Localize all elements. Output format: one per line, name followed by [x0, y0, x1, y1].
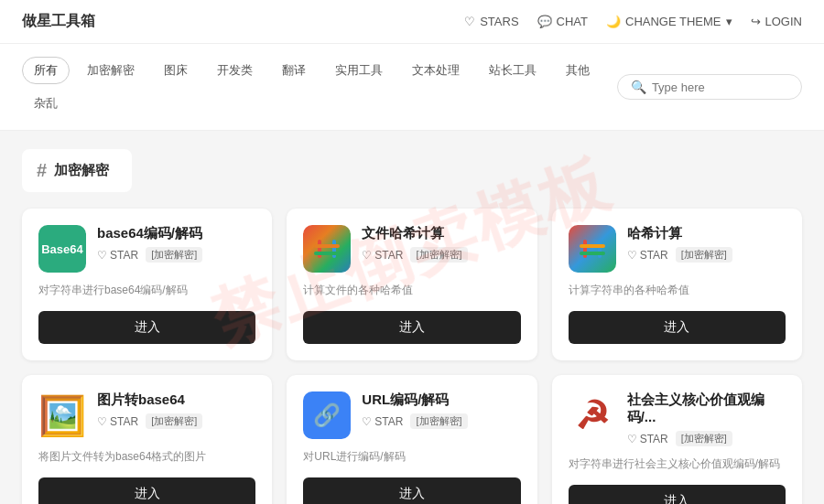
heart-icon: ♡	[627, 249, 637, 262]
card-socialist: ☭ 社会主义核心价值观编码/... ♡ STAR [加密解密] 对字符串进行社会…	[552, 375, 802, 504]
star-label: STAR	[640, 249, 668, 262]
card-icon	[303, 225, 351, 273]
category-tag: [加密解密]	[676, 247, 732, 263]
card-file-hash: 文件哈希计算 ♡ STAR [加密解密] 计算文件的各种哈希值 进入	[287, 209, 537, 360]
logo: 做星工具箱	[22, 12, 95, 31]
filter-tab-2[interactable]: 图床	[152, 57, 200, 84]
filter-tab-7[interactable]: 站长工具	[477, 57, 548, 84]
hash-symbol: #	[37, 160, 47, 181]
card-url-encode: 🔗 URL编码/解码 ♡ STAR [加密解密] 对URL进行编码/解码 进入	[287, 375, 537, 504]
card-meta: ♡ STAR [加密解密]	[362, 413, 520, 429]
stars-nav[interactable]: ♡ STARS	[464, 15, 518, 28]
filter-tab-0[interactable]: 所有	[22, 57, 70, 84]
search-input[interactable]	[652, 80, 798, 94]
category-tag: [加密解密]	[410, 413, 467, 429]
filter-tab-4[interactable]: 翻译	[270, 57, 318, 84]
theme-label: CHANGE THEME	[625, 15, 721, 28]
card-info: base64编码/解码 ♡ STAR [加密解密]	[97, 225, 255, 263]
card-icon: ☭	[569, 391, 616, 439]
card-top: Base64 base64编码/解码 ♡ STAR [加密解密]	[38, 225, 255, 273]
card-info: 图片转base64 ♡ STAR [加密解密]	[97, 391, 255, 429]
star-icon: ♡	[464, 15, 475, 28]
star-button[interactable]: ♡ STAR	[362, 415, 403, 428]
card-info: 文件哈希计算 ♡ STAR [加密解密]	[362, 225, 520, 263]
filter-tab-1[interactable]: 加密解密	[75, 57, 146, 84]
stars-label: STARS	[480, 15, 518, 28]
theme-icon: 🌙	[606, 15, 621, 28]
star-label: STAR	[374, 249, 403, 262]
star-button[interactable]: ♡ STAR	[97, 415, 138, 428]
heart-icon: ♡	[362, 415, 372, 428]
filter-tab-3[interactable]: 开发类	[205, 57, 265, 84]
card-meta: ♡ STAR [加密解密]	[362, 247, 520, 263]
card-desc: 对字符串进行base64编码/解码	[38, 282, 255, 298]
card-top: 文件哈希计算 ♡ STAR [加密解密]	[303, 225, 520, 273]
heart-icon: ♡	[97, 415, 107, 428]
enter-button[interactable]: 进入	[303, 311, 520, 344]
filter-tab-5[interactable]: 实用工具	[323, 57, 395, 84]
filter-tab-6[interactable]: 文本处理	[400, 57, 472, 84]
star-label: STAR	[110, 415, 138, 428]
card-icon: Base64	[38, 225, 86, 273]
card-title: 哈希计算	[627, 225, 786, 242]
card-meta: ♡ STAR [加密解密]	[97, 413, 255, 429]
filter-tabs: 所有加密解密图床开发类翻译实用工具文本处理站长工具其他杂乱	[22, 57, 617, 117]
star-button[interactable]: ♡ STAR	[97, 249, 138, 262]
enter-button[interactable]: 进入	[38, 311, 255, 344]
category-tag: [加密解密]	[676, 431, 732, 446]
star-label: STAR	[110, 249, 138, 262]
chat-label: CHAT	[557, 15, 588, 28]
search-icon: 🔍	[631, 80, 646, 94]
chat-icon: 💬	[537, 15, 552, 28]
card-desc: 对字符串进行社会主义核心价值观编码/解码	[569, 456, 786, 472]
enter-button[interactable]: 进入	[38, 477, 255, 504]
card-meta: ♡ STAR [加密解密]	[97, 247, 255, 263]
card-info: 哈希计算 ♡ STAR [加密解密]	[627, 225, 786, 263]
login-nav[interactable]: ↪ LOGIN	[751, 15, 802, 28]
enter-button[interactable]: 进入	[569, 311, 786, 344]
header: 做星工具箱 ♡ STARS 💬 CHAT 🌙 CHANGE THEME ▾ ↪ …	[0, 0, 824, 44]
chevron-down-icon: ▾	[726, 15, 732, 28]
filter-tab-9[interactable]: 杂乱	[22, 90, 70, 117]
card-img-base64: 🖼️ 图片转base64 ♡ STAR [加密解密] 将图片文件转为base64…	[22, 375, 272, 504]
login-label: LOGIN	[765, 15, 802, 28]
heart-icon: ♡	[97, 249, 107, 262]
star-button[interactable]: ♡ STAR	[627, 433, 668, 445]
card-icon	[569, 225, 616, 273]
card-top: ☭ 社会主义核心价值观编码/... ♡ STAR [加密解密]	[569, 391, 786, 446]
card-meta: ♡ STAR [加密解密]	[627, 247, 786, 263]
card-title: 社会主义核心价值观编码/...	[627, 391, 786, 426]
card-title: URL编码/解码	[362, 391, 520, 409]
card-icon: 🔗	[303, 391, 351, 439]
heart-icon: ♡	[362, 249, 372, 262]
header-nav: ♡ STARS 💬 CHAT 🌙 CHANGE THEME ▾ ↪ LOGIN	[464, 15, 802, 28]
category-tag: [加密解密]	[146, 413, 202, 429]
star-label: STAR	[640, 433, 668, 445]
card-desc: 对URL进行编码/解码	[303, 448, 520, 465]
category-tag: [加密解密]	[146, 247, 202, 263]
card-desc: 计算文件的各种哈希值	[303, 282, 520, 298]
card-desc: 计算字符串的各种哈希值	[569, 282, 786, 298]
card-title: 图片转base64	[97, 391, 255, 409]
card-meta: ♡ STAR [加密解密]	[627, 431, 786, 446]
chat-nav[interactable]: 💬 CHAT	[537, 15, 588, 28]
card-info: URL编码/解码 ♡ STAR [加密解密]	[362, 391, 520, 429]
star-button[interactable]: ♡ STAR	[627, 249, 668, 262]
card-hash: 哈希计算 ♡ STAR [加密解密] 计算字符串的各种哈希值 进入	[552, 209, 802, 360]
card-desc: 将图片文件转为base64格式的图片	[38, 448, 255, 465]
star-label: STAR	[374, 415, 403, 428]
cards-grid: Base64 base64编码/解码 ♡ STAR [加密解密] 对字符串进行b…	[22, 209, 802, 504]
card-title: 文件哈希计算	[362, 225, 520, 242]
section-header: # 加密解密	[22, 149, 132, 192]
heart-icon: ♡	[627, 433, 637, 445]
star-button[interactable]: ♡ STAR	[362, 249, 403, 262]
card-icon: 🖼️	[38, 391, 86, 439]
enter-button[interactable]: 进入	[569, 485, 786, 504]
theme-nav[interactable]: 🌙 CHANGE THEME ▾	[606, 15, 732, 28]
card-base64: Base64 base64编码/解码 ♡ STAR [加密解密] 对字符串进行b…	[22, 209, 272, 360]
login-icon: ↪	[751, 15, 761, 28]
enter-button[interactable]: 进入	[303, 477, 520, 504]
main-content: # 加密解密 Base64 base64编码/解码 ♡ STAR [加密解密] …	[0, 131, 824, 504]
filter-tab-8[interactable]: 其他	[554, 57, 602, 84]
search-box[interactable]: 🔍	[617, 74, 802, 100]
